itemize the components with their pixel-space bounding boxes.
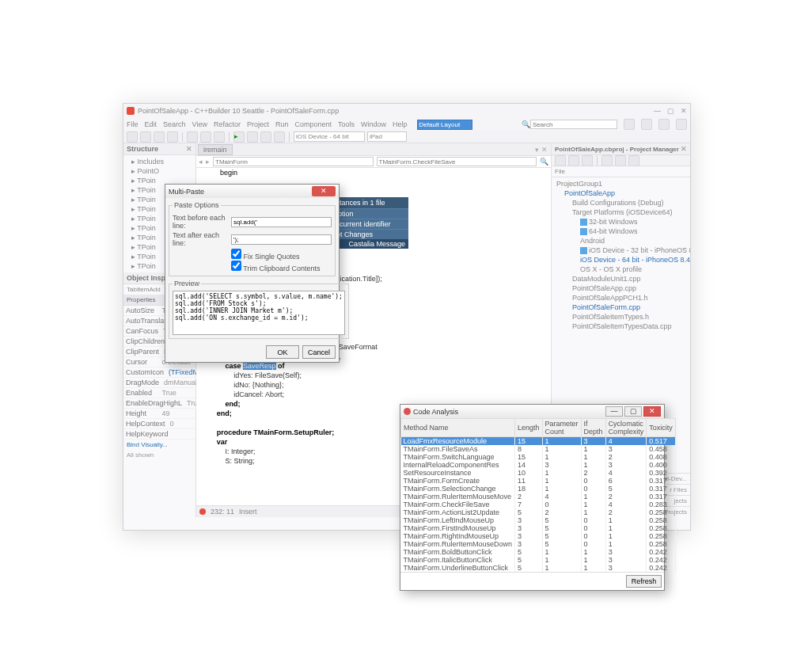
prop-row[interactable]: HelpKeyword	[123, 429, 195, 440]
nav-method[interactable]: TMainForm.CheckFileSave	[377, 157, 537, 166]
ca-row[interactable]: TMainForm.BoldButtonClick51130.242	[401, 548, 676, 556]
ca-max-button[interactable]: ▢	[624, 406, 642, 417]
pm-tb[interactable]	[628, 155, 639, 166]
project-node[interactable]: 64-bit Windows	[553, 227, 689, 236]
tb-btn[interactable]	[187, 131, 198, 143]
project-node[interactable]: Android	[553, 236, 689, 246]
prop-row[interactable]: DragModedmManual	[123, 378, 195, 388]
structure-node[interactable]: ▸ Includes	[125, 157, 194, 166]
ca-row[interactable]: TMainForm.RightIndMouseUp35010.258	[401, 532, 676, 540]
ca-row[interactable]: TMainForm.UnderlineButtonClick51130.242	[401, 564, 676, 572]
mp-close-button[interactable]: ✕	[312, 186, 336, 196]
tb-btn[interactable]	[140, 131, 151, 143]
ca-col-header[interactable]: Length	[515, 419, 543, 437]
project-node[interactable]: Build Configurations (Debug)	[553, 198, 689, 207]
ca-col-header[interactable]: Toxicity	[647, 419, 676, 437]
max-button[interactable]: ▢	[667, 107, 674, 115]
tab-dropdown-icon[interactable]: ▾ ✕	[535, 146, 551, 154]
tb-btn[interactable]	[127, 131, 138, 143]
ca-close-button[interactable]: ✕	[643, 406, 661, 417]
prop-row[interactable]: Height49	[123, 409, 195, 419]
toolbar-icon[interactable]	[624, 119, 635, 130]
tb-btn[interactable]	[200, 131, 211, 143]
project-node[interactable]: PointOfSaleItemTypesData.cpp	[553, 322, 689, 331]
pm-tb[interactable]	[568, 155, 579, 166]
menu-file[interactable]: File	[127, 120, 138, 128]
ca-row[interactable]: TMainForm.RulerItemMouseDown35010.258	[401, 540, 676, 548]
menu-tools[interactable]: Tools	[338, 120, 355, 128]
ca-refresh-button[interactable]: Refresh	[626, 575, 662, 588]
mp-cancel-button[interactable]: Cancel	[302, 345, 336, 359]
ca-col-header[interactable]: If Depth	[581, 419, 605, 437]
project-node[interactable]: DataModuleUnit1.cpp	[553, 274, 689, 284]
ca-row[interactable]: TMainForm.FileSaveAs81130.458	[401, 445, 676, 453]
min-button[interactable]: —	[654, 107, 661, 115]
toolbar-icon[interactable]	[676, 119, 687, 130]
ca-col-header[interactable]: Method Name	[401, 419, 515, 437]
project-node[interactable]: Target Platforms (iOSDevice64)	[553, 207, 689, 217]
ca-col-header[interactable]: Parameter Count	[542, 419, 581, 437]
project-node[interactable]: OS X - OS X profile	[553, 265, 689, 274]
menu-search[interactable]: Search	[163, 120, 186, 128]
project-node[interactable]: iOS Device - 32 bit - iPhoneOS 8.4	[553, 246, 689, 255]
ca-row[interactable]: TMainForm.LeftIndMouseUp35010.258	[401, 516, 676, 524]
menu-project[interactable]: Project	[247, 120, 269, 128]
layout-combo[interactable]: Default Layout	[417, 120, 472, 130]
project-node[interactable]: ProjectGroup1	[553, 179, 689, 188]
device-combo[interactable]: iPad	[367, 131, 407, 142]
project-node[interactable]: PointOfSaleForm.cpp	[553, 303, 689, 312]
ca-table[interactable]: Method NameLengthParameter CountIf Depth…	[400, 418, 676, 572]
project-node[interactable]: 32-bit Windows	[553, 217, 689, 227]
ca-row[interactable]: SetResourceInstance101240.392	[401, 469, 676, 477]
ca-row[interactable]: TMainForm.FirstIndMouseUp35010.258	[401, 524, 676, 532]
prop-row[interactable]: HelpContext0	[123, 419, 195, 429]
ca-row[interactable]: TMainForm.SwitchLanguage151120.408	[401, 453, 676, 461]
tb-btn[interactable]	[247, 131, 258, 143]
mp-before-input[interactable]	[231, 217, 332, 227]
tb-btn[interactable]	[260, 131, 271, 143]
ca-row[interactable]: LoadFmxResourceModule151340.517	[401, 437, 676, 446]
menu-window[interactable]: Window	[361, 120, 386, 128]
menu-refactor[interactable]: Refactor	[214, 120, 241, 128]
project-tree[interactable]: ProjectGroup1PointOfSaleAppBuild Configu…	[552, 177, 690, 333]
project-node[interactable]: PointOfSaleApp.cpp	[553, 284, 689, 293]
project-node[interactable]: PointOfSaleAppPCH1.h	[553, 293, 689, 303]
ca-row[interactable]: TMainForm.ActionList2Update52120.258	[401, 508, 676, 516]
editor-tab[interactable]: iremain	[198, 144, 233, 155]
toolbar-icon[interactable]	[658, 119, 670, 130]
prop-row[interactable]: CustomIcon(TFixedMultiResBitmap)	[123, 367, 195, 378]
project-node[interactable]: PointOfSaleItemTypes.h	[553, 312, 689, 322]
pm-tb[interactable]	[601, 155, 613, 166]
panel-close-icon[interactable]: ✕	[186, 145, 192, 153]
mp-trim-check[interactable]	[231, 261, 241, 271]
mp-preview[interactable]: sql.add('SELECT s.symbol, s.value, m.nam…	[173, 291, 345, 335]
menu-component[interactable]: Component	[294, 120, 332, 128]
prop-row[interactable]: EnableDragHighLTrue	[123, 398, 195, 409]
ca-row[interactable]: TMainForm.SelectionChange181050.317	[401, 485, 676, 493]
nav-class[interactable]: TMainForm	[213, 157, 374, 166]
project-node[interactable]: iOS Device - 64 bit - iPhoneOS 8.4	[553, 255, 689, 265]
bind-visually-link[interactable]: Bind Visually...	[123, 440, 195, 450]
platform-combo[interactable]: iOS Device - 64 bit	[294, 131, 365, 142]
structure-node[interactable]: ▸ PointO	[125, 166, 194, 176]
mp-after-input[interactable]	[231, 234, 332, 245]
menu-view[interactable]: View	[192, 120, 207, 128]
menu-run[interactable]: Run	[275, 120, 289, 128]
ca-min-button[interactable]: —	[605, 406, 623, 417]
tb-btn[interactable]	[167, 131, 178, 143]
pm-tb[interactable]	[615, 155, 626, 166]
toolbar-icon[interactable]	[641, 119, 652, 130]
pm-tb[interactable]	[582, 155, 593, 166]
nav-search-icon[interactable]: 🔍	[540, 158, 548, 166]
ca-row[interactable]: TMainForm.RulerItemMouseMove24120.317	[401, 493, 676, 501]
nav-back-icon[interactable]: ◂	[199, 158, 203, 166]
ca-row[interactable]: TMainForm.ItalicButtonClick51130.242	[401, 556, 676, 564]
tb-btn[interactable]	[214, 131, 225, 143]
code-fold-begin[interactable]: begin	[220, 169, 237, 177]
tb-btn[interactable]	[274, 131, 285, 143]
search-input[interactable]	[530, 120, 617, 129]
mp-ok-button[interactable]: OK	[266, 345, 299, 359]
menu-help[interactable]: Help	[393, 120, 408, 128]
nav-fwd-icon[interactable]: ▸	[206, 158, 210, 166]
mp-fixquotes-check[interactable]	[231, 249, 241, 259]
